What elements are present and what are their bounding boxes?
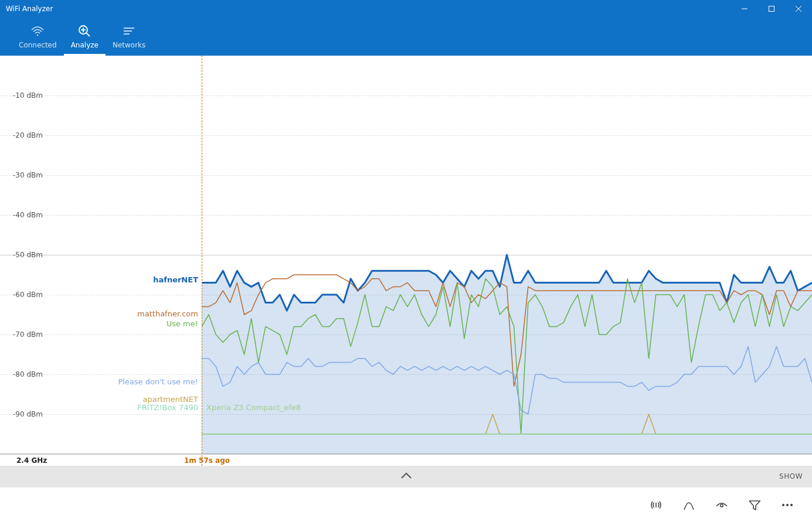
svg-line-6 bbox=[86, 33, 90, 36]
series-label: Use me! bbox=[167, 319, 198, 328]
time-cursor bbox=[202, 56, 202, 466]
svg-point-25 bbox=[786, 504, 788, 506]
show-button[interactable]: SHOW bbox=[779, 466, 803, 487]
y-tick-label: -70 dBm bbox=[13, 330, 43, 339]
band-label: 2.4 GHz bbox=[16, 456, 47, 465]
chevron-up-icon bbox=[400, 471, 413, 482]
bottom-toolbar bbox=[0, 487, 812, 522]
svg-point-24 bbox=[782, 504, 784, 506]
more-icon[interactable] bbox=[779, 497, 796, 513]
y-tick-label: -50 dBm bbox=[13, 251, 43, 259]
cursor-time-label: 1m 57s ago bbox=[184, 456, 230, 465]
y-tick-label: -20 dBm bbox=[13, 131, 43, 139]
app-title: WiFi Analyzer bbox=[0, 5, 731, 13]
signal-chart: 2.4 GHz 1m 57s ago -10 dBm-20 dBm-30 dBm… bbox=[0, 56, 812, 466]
svg-point-23 bbox=[721, 504, 723, 506]
series-label: hafnerNET bbox=[153, 275, 198, 284]
svg-point-4 bbox=[37, 35, 38, 36]
analyze-icon bbox=[77, 23, 91, 39]
wifi-icon bbox=[30, 23, 45, 39]
y-tick-label: -60 dBm bbox=[13, 291, 43, 299]
series-label: Please don't use me! bbox=[118, 377, 198, 386]
minimize-button[interactable] bbox=[731, 0, 758, 18]
y-tick-label: -10 dBm bbox=[13, 91, 43, 100]
y-tick-label: -90 dBm bbox=[13, 410, 43, 418]
tab-networks[interactable]: Networks bbox=[106, 20, 152, 56]
series-label: FRITZ!Box 7490 bbox=[137, 403, 198, 412]
series-label: Xperia Z3 Compact_efe8 bbox=[206, 403, 301, 412]
broadcast-icon[interactable] bbox=[648, 497, 664, 513]
tab-connected[interactable]: Connected bbox=[12, 20, 64, 56]
maximize-button[interactable] bbox=[758, 0, 785, 18]
close-button[interactable] bbox=[785, 0, 812, 18]
expander-bar[interactable]: SHOW bbox=[0, 466, 812, 487]
tab-label: Analyze bbox=[71, 41, 98, 49]
filter-icon[interactable] bbox=[746, 497, 763, 513]
tab-label: Connected bbox=[19, 41, 57, 49]
visibility-icon[interactable] bbox=[714, 497, 730, 513]
y-tick-label: -40 dBm bbox=[13, 211, 43, 219]
peak-icon[interactable] bbox=[681, 497, 697, 513]
y-tick-label: -30 dBm bbox=[13, 171, 43, 179]
tab-analyze[interactable]: Analyze bbox=[64, 20, 106, 56]
nav-tabs: Connected Analyze Networks bbox=[0, 18, 812, 56]
series-label: matthafner.com bbox=[137, 309, 198, 318]
networks-icon bbox=[122, 23, 136, 39]
svg-point-26 bbox=[790, 504, 792, 506]
tab-label: Networks bbox=[113, 41, 145, 49]
title-bar: WiFi Analyzer bbox=[0, 0, 812, 18]
y-tick-label: -80 dBm bbox=[13, 370, 43, 378]
svg-rect-1 bbox=[769, 6, 774, 12]
